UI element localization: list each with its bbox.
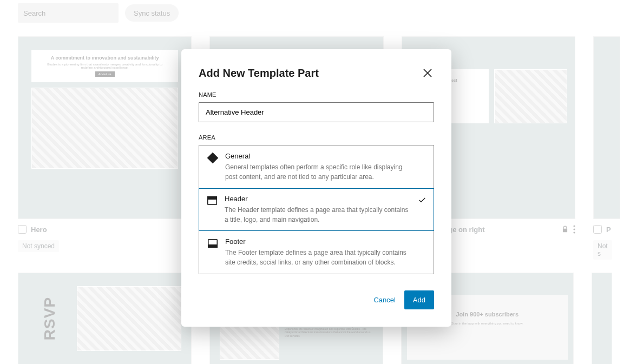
modal-title: Add New Template Part xyxy=(199,67,421,80)
area-name: General xyxy=(225,152,426,160)
area-desc: The Header template defines a page area … xyxy=(225,205,409,224)
add-button[interactable]: Add xyxy=(404,290,434,309)
template-name-input[interactable] xyxy=(199,102,434,122)
header-icon xyxy=(206,195,218,207)
check-icon xyxy=(418,196,426,204)
area-option-general[interactable]: General General templates often perform … xyxy=(199,145,434,189)
svg-rect-11 xyxy=(208,245,218,248)
area-desc: The Footer template defines a page area … xyxy=(225,248,409,267)
cancel-button[interactable]: Cancel xyxy=(373,296,395,304)
svg-rect-7 xyxy=(207,153,219,164)
close-icon[interactable] xyxy=(421,67,434,80)
svg-rect-9 xyxy=(208,197,217,200)
area-option-header[interactable]: Header The Header template defines a pag… xyxy=(199,188,434,231)
area-desc: General templates often perform a specif… xyxy=(225,162,409,182)
area-list: General General templates often perform … xyxy=(199,145,434,274)
layout-icon xyxy=(207,152,219,164)
add-template-part-modal: Add New Template Part NAME AREA General … xyxy=(181,49,451,327)
name-label: NAME xyxy=(199,91,434,98)
area-label: AREA xyxy=(199,134,434,141)
area-name: Header xyxy=(225,195,411,203)
area-option-footer[interactable]: Footer The Footer template defines a pag… xyxy=(199,230,434,274)
footer-icon xyxy=(207,237,219,249)
area-name: Footer xyxy=(225,237,426,246)
